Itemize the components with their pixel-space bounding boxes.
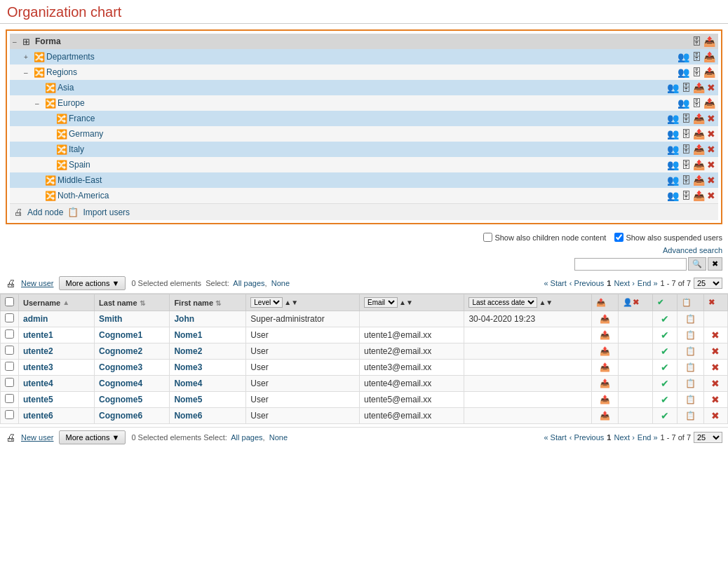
show-suspended-checkbox[interactable] [614,233,623,242]
delete-icon-spain[interactable]: ✖ [707,159,715,170]
per-page-select-bottom[interactable]: 2550100 [694,432,722,443]
tree-toggle-spain[interactable] [46,161,56,169]
email-sort-icon[interactable]: ▲▼ [399,299,413,306]
db-icon-germany[interactable]: 🗄 [681,128,691,139]
level-sort-icon[interactable]: ▲▼ [284,299,298,306]
tree-toggle-northamerica[interactable] [35,192,45,200]
row-export-icon-0[interactable]: 📤 [591,311,618,327]
tree-toggle-departments[interactable]: + [24,53,34,61]
row-username-4[interactable]: utente4 [19,376,95,392]
th-lastname[interactable]: Last name ⇅ [95,294,170,311]
th-select-all[interactable] [1,294,19,311]
people-icon-northamerica[interactable]: 👥 [667,190,679,201]
row-export-icon-1[interactable]: 📤 [591,327,618,343]
lastaccess-filter-select[interactable]: Last access date [469,297,537,308]
db-icon-regions[interactable]: 🗄 [692,67,701,78]
export-icon-regions[interactable]: 📤 [703,67,715,78]
row-deactivate-icon-4[interactable] [619,376,653,392]
tree-label-europe[interactable]: Europe [58,98,678,108]
advanced-search-link[interactable]: Advanced search [663,246,722,254]
people-icon-departments[interactable]: 👥 [678,51,689,62]
people-icon-italy[interactable]: 👥 [667,144,679,155]
tree-toggle-germany[interactable] [46,130,56,138]
tree-toggle-france[interactable] [46,115,56,123]
more-actions-button-bottom[interactable]: More actions ▼ [59,430,126,444]
row-checkbox-2[interactable] [1,343,19,360]
row-checkbox-5[interactable] [1,392,19,408]
tree-label-departments[interactable]: Departments [46,52,678,62]
row-checkbox-0[interactable] [1,311,19,327]
export-icon-italy[interactable]: 📤 [693,144,705,155]
export-icon-europe[interactable]: 📤 [703,97,715,109]
row-activate-icon-5[interactable]: ✔ [653,392,677,408]
tree-label-spain[interactable]: Spain [69,160,667,170]
export-icon-france[interactable]: 📤 [693,113,705,124]
row-username-2[interactable]: utente2 [19,343,95,360]
row-deactivate-icon-2[interactable] [619,343,653,360]
delete-icon-italy[interactable]: ✖ [707,144,715,155]
tree-toggle-forma[interactable]: – [13,38,22,46]
th-username[interactable]: Username [19,294,95,311]
page-end-bottom[interactable]: End » [638,433,658,442]
export-icon-germany[interactable]: 📤 [693,128,705,139]
print-users-icon[interactable]: 🖨 [6,278,15,289]
row-delete-icon-2[interactable]: ✖ [703,343,727,360]
row-export-icon-5[interactable]: 📤 [591,392,618,408]
tree-label-asia[interactable]: Asia [58,83,667,93]
print-users-icon-bottom[interactable]: 🖨 [6,432,15,443]
page-prev-bottom[interactable]: ‹ Previous [569,433,605,442]
row-activate-icon-4[interactable]: ✔ [653,376,677,392]
show-children-checkbox[interactable] [483,233,492,242]
export-icon-asia[interactable]: 📤 [693,82,705,93]
select-all-checkbox[interactable] [5,297,14,306]
page-start-top[interactable]: « Start [544,279,566,287]
row-edit-icon-4[interactable]: 📋 [677,376,703,392]
db-icon-northamerica[interactable]: 🗄 [681,190,691,201]
page-next-top[interactable]: Next › [614,279,634,287]
tree-label-regions[interactable]: Regions [46,67,678,77]
people-icon-asia[interactable]: 👥 [667,82,679,93]
add-node-link[interactable]: Add node [27,207,63,217]
row-export-icon-3[interactable]: 📤 [591,360,618,376]
select-none-link-bottom[interactable]: None [269,433,288,442]
db-icon-italy[interactable]: 🗄 [681,144,691,155]
select-none-link-top[interactable]: None [271,279,290,287]
email-filter-select[interactable]: Email [364,297,398,308]
db-icon-france[interactable]: 🗄 [681,113,691,124]
row-edit-icon-1[interactable]: 📋 [677,327,703,343]
export-icon-forma[interactable]: 📤 [703,36,715,47]
export-icon-departments[interactable]: 📤 [703,51,715,62]
tree-toggle-asia[interactable] [35,84,45,92]
th-email[interactable]: Email ▲▼ [360,294,464,311]
row-checkbox-4[interactable] [1,376,19,392]
row-deactivate-icon-6[interactable] [619,408,653,424]
delete-icon-germany[interactable]: ✖ [707,128,715,139]
people-icon-germany[interactable]: 👥 [667,128,679,139]
search-clear-button[interactable]: ✖ [708,257,722,271]
people-icon-europe[interactable]: 👥 [678,97,689,109]
row-activate-icon-1[interactable]: ✔ [653,327,677,343]
row-deactivate-icon-5[interactable] [619,392,653,408]
people-icon-middleeast[interactable]: 👥 [667,175,679,186]
tree-label-forma[interactable]: Forma [35,36,692,46]
tree-label-france[interactable]: France [69,114,667,123]
row-checkbox-1[interactable] [1,327,19,343]
export-icon-middleeast[interactable]: 📤 [693,175,705,186]
db-icon-spain[interactable]: 🗄 [681,159,691,170]
page-start-bottom[interactable]: « Start [544,433,566,442]
tree-toggle-middleeast[interactable] [35,177,45,184]
page-prev-top[interactable]: ‹ Previous [569,279,605,287]
page-next-bottom[interactable]: Next › [614,433,634,442]
row-export-icon-2[interactable]: 📤 [591,343,618,360]
row-activate-icon-2[interactable]: ✔ [653,343,677,360]
new-user-button-top[interactable]: New user [21,279,53,287]
row-export-icon-4[interactable]: 📤 [591,376,618,392]
db-icon-departments[interactable]: 🗄 [692,51,701,62]
select-all-pages-link-top[interactable]: All pages [233,279,264,287]
row-edit-icon-0[interactable]: 📋 [677,311,703,327]
sort-username-icon[interactable] [62,299,69,306]
th-level[interactable]: Level ▲▼ [246,294,360,311]
show-suspended-label[interactable]: Show also suspended users [614,233,722,242]
row-username-1[interactable]: utente1 [19,327,95,343]
row-checkbox-3[interactable] [1,360,19,376]
